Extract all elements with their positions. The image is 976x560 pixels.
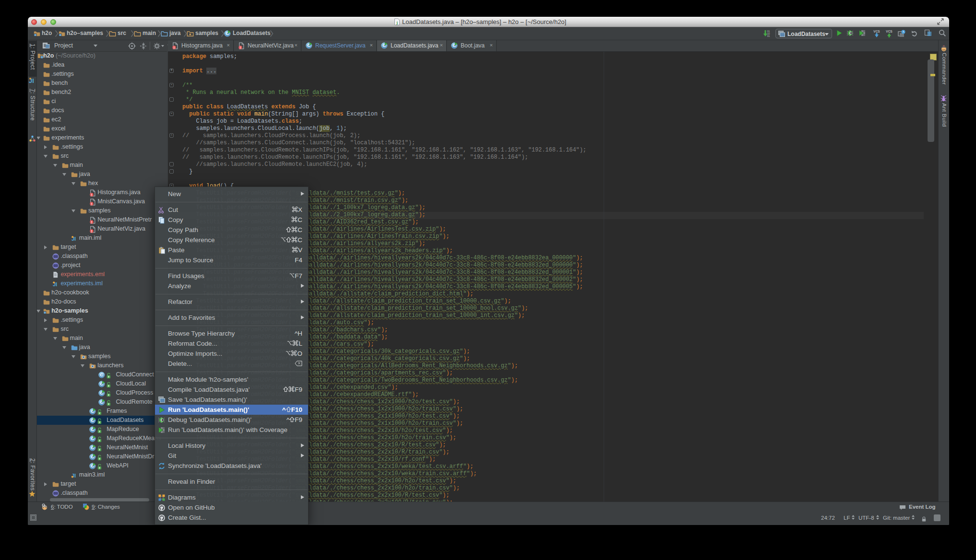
svg-text:01: 01 bbox=[767, 35, 770, 37]
svg-text:!: ! bbox=[174, 46, 175, 49]
svg-text:!: ! bbox=[91, 193, 92, 196]
svg-text:VCS: VCS bbox=[886, 30, 893, 33]
svg-text:!: ! bbox=[91, 229, 92, 233]
svg-text:!: ! bbox=[240, 46, 241, 49]
svg-text:j: j bbox=[396, 20, 398, 25]
svg-text:VCS: VCS bbox=[873, 30, 880, 33]
svg-text:!: ! bbox=[91, 202, 92, 205]
svg-text:!: ! bbox=[91, 220, 92, 223]
svg-text:C: C bbox=[100, 372, 104, 377]
